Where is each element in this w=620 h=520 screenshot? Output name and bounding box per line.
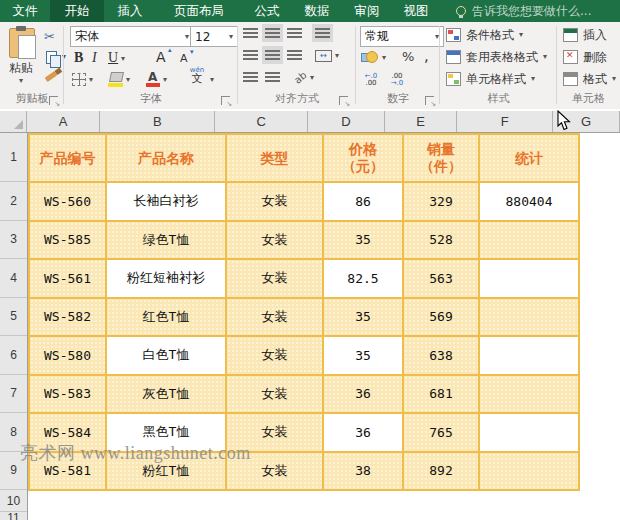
tab-file[interactable]: 文件 <box>0 0 50 22</box>
cell-e6[interactable]: 638 <box>404 337 478 374</box>
cell-a4[interactable]: WS-561 <box>30 260 105 297</box>
column-header-e[interactable]: E <box>385 111 458 132</box>
cell-b5[interactable]: 红色T恤 <box>107 299 225 336</box>
cell-f3[interactable] <box>480 222 578 259</box>
column-header-f[interactable]: F <box>457 111 553 132</box>
tab-formulas[interactable]: 公式 <box>242 0 292 22</box>
cell-f9[interactable] <box>480 453 578 490</box>
tell-me-box[interactable]: 告诉我您想要做什么... <box>456 0 591 22</box>
cell-d3[interactable]: 35 <box>324 222 402 259</box>
cell-f5[interactable] <box>480 299 578 336</box>
cell-d8[interactable]: 36 <box>324 414 402 451</box>
cell-a2[interactable]: WS-560 <box>30 183 105 220</box>
increase-decimal-button[interactable]: ←.0.00 <box>360 73 382 87</box>
cell-e7[interactable]: 681 <box>404 376 478 413</box>
column-header-b[interactable]: B <box>100 111 215 132</box>
format-cells-button[interactable]: 格式▾ <box>557 68 620 90</box>
accounting-dropdown-arrow[interactable]: ▾ <box>382 54 386 62</box>
row-header-10[interactable]: 10 <box>0 490 27 512</box>
cell-b4[interactable]: 粉红短袖衬衫 <box>107 260 225 297</box>
clipboard-dialog-launcher[interactable] <box>49 96 58 105</box>
top-align-button[interactable] <box>240 24 261 42</box>
cell-d6[interactable]: 35 <box>324 337 402 374</box>
row-header-3[interactable]: 3 <box>0 221 27 260</box>
number-dialog-launcher[interactable] <box>425 96 434 105</box>
cell-a6[interactable]: WS-580 <box>30 337 105 374</box>
cell-e5[interactable]: 569 <box>404 299 478 336</box>
cell-b7[interactable]: 灰色T恤 <box>107 376 225 413</box>
fill-color-dropdown-arrow[interactable]: ▾ <box>126 76 130 84</box>
increase-indent-button[interactable] <box>262 68 283 86</box>
font-name-combobox[interactable]: 宋体▾ <box>70 26 194 47</box>
fill-color-bucket-icon[interactable] <box>109 72 124 82</box>
cell-f2[interactable]: 880404 <box>480 183 578 220</box>
header-cell-f1[interactable]: 统计 <box>480 135 578 181</box>
tab-insert[interactable]: 插入 <box>104 0 156 22</box>
decrease-decimal-button[interactable]: .00→.0 <box>386 73 408 87</box>
cell-e3[interactable]: 528 <box>404 222 478 259</box>
format-painter-icon[interactable] <box>45 71 58 82</box>
cell-styles-button[interactable]: 单元格样式▾ <box>440 68 557 90</box>
select-all-corner[interactable] <box>0 111 27 132</box>
column-header-d[interactable]: D <box>308 111 385 132</box>
row-header-7[interactable]: 7 <box>0 375 27 414</box>
cell-e2[interactable]: 329 <box>404 183 478 220</box>
insert-cells-button[interactable]: 插入 <box>557 24 620 46</box>
cell-c5[interactable]: 女装 <box>227 299 322 336</box>
cell-d9[interactable]: 38 <box>324 453 402 490</box>
orientation-button[interactable]: ab <box>292 69 309 85</box>
cell-e8[interactable]: 765 <box>404 414 478 451</box>
alignment-dialog-launcher[interactable] <box>339 96 348 105</box>
cell-a3[interactable]: WS-585 <box>30 222 105 259</box>
column-header-c[interactable]: C <box>215 111 308 132</box>
align-center-button[interactable] <box>262 46 283 64</box>
cell-f4[interactable] <box>480 260 578 297</box>
underline-dropdown-arrow[interactable]: ▾ <box>121 55 125 63</box>
header-cell-d1[interactable]: 价格 （元） <box>324 135 402 181</box>
middle-align-button[interactable] <box>262 24 283 42</box>
cell-e9[interactable]: 892 <box>404 453 478 490</box>
comma-style-button[interactable]: , <box>424 47 429 65</box>
font-color-button[interactable]: A <box>148 70 157 84</box>
italic-button[interactable]: I <box>92 50 97 66</box>
tab-view[interactable]: 视图 <box>392 0 440 22</box>
cell-a5[interactable]: WS-582 <box>30 299 105 336</box>
cell-c7[interactable]: 女装 <box>227 376 322 413</box>
cut-icon[interactable]: ✂ <box>44 29 55 44</box>
orientation-dropdown-arrow[interactable]: ▾ <box>310 74 314 82</box>
align-right-button[interactable] <box>284 46 305 64</box>
bottom-align-button[interactable] <box>284 24 305 42</box>
borders-dropdown-arrow[interactable]: ▾ <box>89 76 93 84</box>
font-dialog-launcher[interactable] <box>221 96 230 105</box>
bold-button[interactable]: B <box>74 50 83 66</box>
phonetic-dropdown-arrow[interactable]: ▾ <box>210 76 214 84</box>
cell-f8[interactable] <box>480 414 578 451</box>
percent-style-button[interactable]: % <box>402 49 414 64</box>
cell-b6[interactable]: 白色T恤 <box>107 337 225 374</box>
merge-center-icon[interactable]: ↔ <box>315 50 332 62</box>
row-header-6[interactable]: 6 <box>0 336 27 375</box>
delete-cells-button[interactable]: 删除 <box>557 46 620 68</box>
tab-data[interactable]: 数据 <box>292 0 342 22</box>
copy-icon[interactable] <box>46 51 57 64</box>
cell-e4[interactable]: 563 <box>404 260 478 297</box>
wrap-text-button[interactable] <box>312 24 333 42</box>
row-header-11[interactable]: 11 <box>0 512 27 520</box>
phonetic-guide-button[interactable]: wén 文 <box>188 68 206 84</box>
merge-dropdown-arrow[interactable]: ▾ <box>335 52 339 60</box>
font-color-dropdown-arrow[interactable]: ▾ <box>163 76 167 84</box>
cell-d4[interactable]: 82.5 <box>324 260 402 297</box>
row-header-4[interactable]: 4 <box>0 259 27 298</box>
tab-home[interactable]: 开始 <box>50 0 104 22</box>
cell-b3[interactable]: 绿色T恤 <box>107 222 225 259</box>
cell-c3[interactable]: 女装 <box>227 222 322 259</box>
decrease-indent-button[interactable] <box>240 68 261 86</box>
cell-b2[interactable]: 长袖白衬衫 <box>107 183 225 220</box>
cell-c2[interactable]: 女装 <box>227 183 322 220</box>
tab-page-layout[interactable]: 页面布局 <box>156 0 242 22</box>
number-format-combobox[interactable]: 常规▾ <box>360 26 444 47</box>
row-header-2[interactable]: 2 <box>0 182 27 221</box>
conditional-formatting-button[interactable]: 条件格式▾ <box>440 24 557 46</box>
cell-d7[interactable]: 36 <box>324 376 402 413</box>
cell-f6[interactable] <box>480 337 578 374</box>
